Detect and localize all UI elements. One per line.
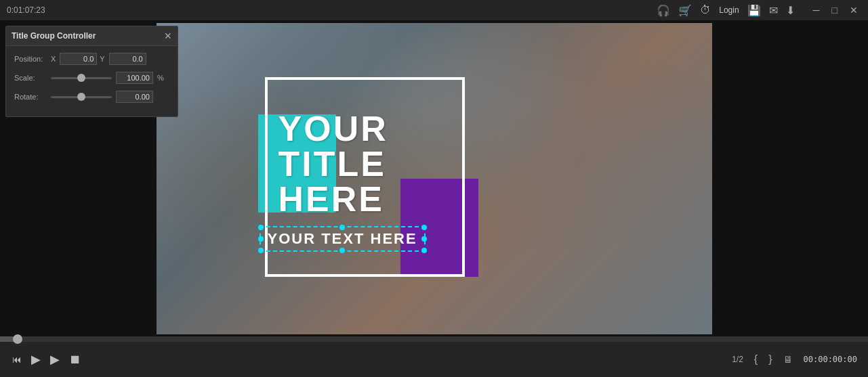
playback-controls: ⏮ ▶ ▶ ⏹ — [11, 351, 83, 368]
position-row: Position: X Y — [14, 53, 169, 65]
progress-thumb[interactable] — [13, 334, 22, 344]
position-label: Position: — [14, 55, 48, 63]
monitor-button[interactable]: 🖥 — [783, 354, 793, 365]
save-icon[interactable]: 💾 — [747, 4, 761, 17]
maximize-button[interactable]: □ — [829, 3, 841, 17]
rotate-row: Rotate: — [14, 91, 169, 103]
scale-input[interactable] — [116, 72, 153, 84]
download-icon[interactable]: ⬇ — [786, 4, 795, 17]
bracket-close-button[interactable]: } — [768, 353, 772, 365]
page-indicator: 1/2 — [732, 355, 743, 364]
right-controls: 1/2 { } 🖥 00:00:00:00 — [732, 353, 857, 365]
headset-icon[interactable]: 🎧 — [657, 4, 670, 17]
subtitle-text[interactable]: YOUR TEXT HERE — [260, 226, 426, 252]
play-pause-button[interactable]: ▶ — [30, 351, 42, 368]
handle-top-middle[interactable] — [339, 225, 345, 230]
controller-title: Title Group Controller — [12, 31, 96, 41]
handle-bottom-middle[interactable] — [339, 248, 345, 253]
scale-row: Scale: % — [14, 72, 169, 84]
scale-unit: % — [157, 74, 164, 82]
handle-bottom-left[interactable] — [258, 248, 264, 253]
rotate-label: Rotate: — [14, 93, 48, 101]
controls-row: ⏮ ▶ ▶ ⏹ 1/2 { } 🖥 00:00:00:00 — [0, 342, 868, 377]
handle-bottom-right[interactable] — [421, 248, 427, 253]
x-label: X — [51, 55, 56, 63]
cart-icon[interactable]: 🛒 — [678, 4, 692, 17]
titlebar-icons: 🎧 🛒 ⏱ Login 💾 ✉ ⬇ ─ □ ✕ — [657, 3, 861, 17]
scale-label: Scale: — [14, 74, 48, 82]
title-group[interactable]: YOURTITLEHERE — [265, 77, 468, 290]
handle-middle-left[interactable] — [258, 236, 264, 242]
video-preview: YOURTITLEHERE YOUR TEXT HERE — [157, 23, 712, 334]
controller-body: Position: X Y Scale: % Rotate: — [6, 46, 178, 116]
mail-icon[interactable]: ✉ — [769, 4, 778, 17]
controller-header: Title Group Controller ✕ — [6, 26, 178, 46]
controller-close-button[interactable]: ✕ — [164, 30, 172, 41]
titlebar-time: 0:01:07:23 — [7, 5, 45, 15]
stop-button[interactable]: ⏹ — [68, 351, 83, 368]
rotate-input[interactable] — [116, 91, 153, 103]
position-y-input[interactable] — [109, 53, 146, 65]
window-controls: ─ □ ✕ — [810, 3, 861, 17]
rotate-slider[interactable] — [51, 96, 112, 98]
rotate-slider-container — [51, 91, 169, 103]
progress-bar[interactable] — [0, 336, 868, 342]
minimize-button[interactable]: ─ — [810, 3, 823, 17]
subtitle-content: YOUR TEXT HERE — [268, 230, 417, 247]
subtitle-group[interactable]: YOUR TEXT HERE — [260, 226, 426, 252]
clock-icon[interactable]: ⏱ — [700, 4, 711, 16]
handle-middle-right[interactable] — [421, 236, 427, 242]
y-label: Y — [100, 55, 104, 63]
scale-slider[interactable] — [51, 77, 112, 79]
playback-bar: ⏮ ▶ ▶ ⏹ 1/2 { } 🖥 00:00:00:00 — [0, 336, 868, 377]
position-x-input[interactable] — [60, 53, 97, 65]
close-button[interactable]: ✕ — [846, 3, 861, 17]
handle-top-right[interactable] — [421, 225, 427, 230]
step-back-button[interactable]: ⏮ — [11, 353, 23, 366]
bracket-open-button[interactable]: { — [754, 353, 758, 365]
timecode-display: 00:00:00:00 — [804, 355, 857, 364]
titlebar: 0:01:07:23 🎧 🛒 ⏱ Login 💾 ✉ ⬇ ─ □ ✕ — [0, 0, 868, 20]
play-button[interactable]: ▶ — [49, 351, 61, 368]
main-area: Title Group Controller ✕ Position: X Y S… — [0, 20, 868, 336]
scale-slider-container: % — [51, 72, 169, 84]
login-button[interactable]: Login — [719, 5, 739, 15]
main-title-text[interactable]: YOURTITLEHERE — [278, 111, 388, 217]
controller-panel: Title Group Controller ✕ Position: X Y S… — [5, 26, 178, 117]
handle-top-left[interactable] — [258, 225, 264, 230]
